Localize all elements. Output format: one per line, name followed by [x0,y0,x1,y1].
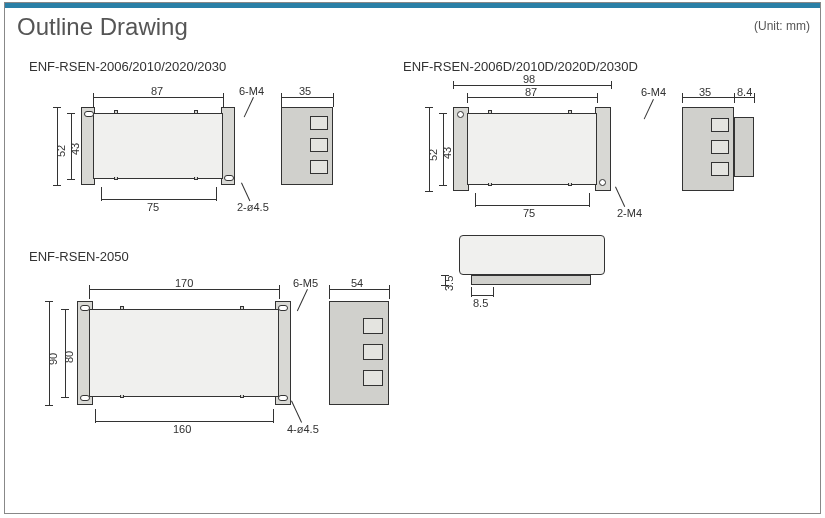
dimline [734,93,735,103]
dimline [67,179,75,180]
dimline [45,301,53,302]
bump [568,183,572,186]
terminal [363,344,383,360]
mount-slot [278,305,288,311]
body-front [467,113,597,185]
dimline [223,93,224,107]
dimline [93,93,94,107]
dimline [281,97,333,98]
subtitle-a: ENF-RSEN-2006/2010/2020/2030 [29,59,226,74]
din-clip [734,117,754,177]
bump [194,177,198,180]
mount-slot [278,395,288,401]
dimline [61,309,69,310]
bump [120,395,124,398]
drawing-c: 170 54 90 80 [37,273,397,493]
dimline [95,409,96,423]
dim-c-mount: 160 [173,423,191,435]
dimline [329,289,389,290]
dimline [89,289,279,290]
dimline [467,93,468,103]
dim-a-depth: 35 [299,85,311,97]
dimline [611,81,612,89]
side-view [281,107,333,185]
bump [194,110,198,113]
bump [240,306,244,309]
leader [297,289,308,311]
dim-b-h1: 52 [427,149,439,161]
diagram-panel: Outline Drawing (Unit: mm) ENF-RSEN-2006… [4,2,821,514]
dim-a-width: 87 [151,85,163,97]
dim-b-sideh: 3.5 [443,276,455,291]
dimline [329,285,330,299]
dimline [45,405,53,406]
leader [244,97,254,117]
dimline [53,107,61,108]
bump [568,110,572,113]
bump [240,395,244,398]
subtitle-c: ENF-RSEN-2050 [29,249,129,264]
dimline [101,199,216,200]
callout-screws-b: 6-M4 [641,86,666,98]
dim-c-depth: 54 [351,277,363,289]
dimline [425,107,433,108]
dim-a-h2: 43 [69,143,81,155]
terminal [363,370,383,386]
dimline [475,205,589,206]
unit-label: (Unit: mm) [754,19,810,33]
dim-a-mount: 75 [147,201,159,213]
dimline [389,285,390,299]
dim-b-din: 8.4 [737,86,752,98]
m4-hole [599,179,606,186]
drawing-b: 98 87 35 8.4 [415,79,795,329]
dimline [273,409,274,423]
dimline [682,93,683,103]
body-front [89,309,279,397]
bump [488,183,492,186]
drawing-a: 87 35 52 43 [51,83,351,223]
dimline [93,97,223,98]
side-view [682,107,734,191]
dim-b-width: 87 [525,86,537,98]
dimline [89,285,90,299]
callout-holes-a: 2-ø4.5 [237,201,269,213]
end-plate [221,107,235,185]
panel-title: Outline Drawing [17,13,188,41]
leader [615,187,625,207]
dimline [333,93,334,107]
dimline [589,193,590,207]
top-view-body [459,235,605,275]
dimline [453,81,454,89]
mount-slot [224,175,234,181]
dim-b-sideoff: 8.5 [473,297,488,309]
dim-c-h2: 80 [63,351,75,363]
bump [114,177,118,180]
m4-hole [457,111,464,118]
terminal [310,160,328,174]
dimline [216,187,217,201]
dim-b-mount: 75 [523,207,535,219]
dimline [475,193,476,207]
dim-c-width: 170 [175,277,193,289]
terminal [310,116,328,130]
dim-b-totalw: 98 [523,73,535,85]
bump [120,306,124,309]
dimline [279,285,280,299]
terminal [711,162,729,176]
dim-c-h1: 90 [47,353,59,365]
dimline [281,93,282,107]
side-view [329,301,389,405]
dimline [95,421,273,422]
dimline [61,397,69,398]
leader [241,183,250,202]
dimline [754,93,755,103]
dimline [67,113,75,114]
dimline [101,187,102,201]
terminal [711,140,729,154]
callout-screws-c: 6-M5 [293,277,318,289]
terminal [310,138,328,152]
dim-b-h2: 43 [441,147,453,159]
dim-b-depth: 35 [699,86,711,98]
callout-holes-c: 4-ø4.5 [287,423,319,435]
body-front [93,113,223,179]
